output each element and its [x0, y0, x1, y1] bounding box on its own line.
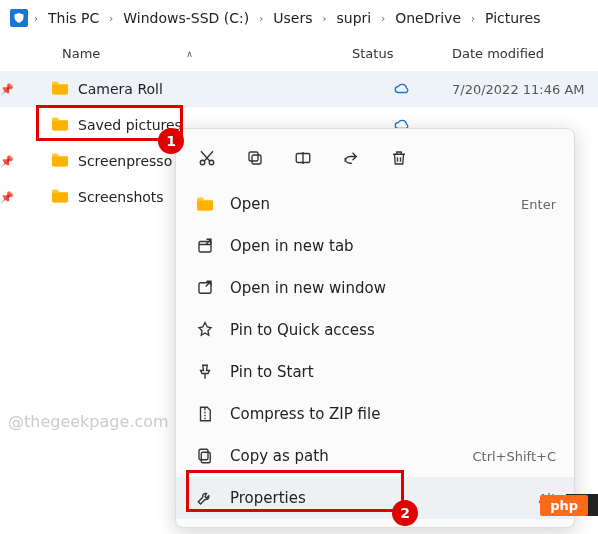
status-cell — [352, 81, 452, 98]
menu-item-label: Open in new window — [230, 279, 556, 297]
chevron-right-icon: › — [320, 13, 328, 24]
folder-icon — [50, 80, 70, 99]
file-name: Screenpresso — [78, 153, 172, 169]
folder-icon — [194, 196, 216, 212]
menu-item-label: Open — [230, 195, 521, 213]
menu-item-open[interactable]: Open Enter — [176, 183, 574, 225]
menu-item-pin-to-quick-access[interactable]: Pin to Quick access — [176, 309, 574, 351]
svg-rect-8 — [199, 449, 208, 460]
copypath-icon — [194, 447, 216, 465]
pin-indicator-icon: 📌 — [0, 191, 12, 204]
watermark: @thegeekpage.com — [8, 412, 169, 431]
folder-icon — [50, 188, 70, 207]
copy-icon[interactable] — [244, 147, 266, 169]
menu-item-shortcut: Ctrl+Shift+C — [472, 449, 556, 464]
cut-icon[interactable] — [196, 147, 218, 169]
context-menu: Open Enter Open in new tab Open in new w… — [175, 128, 575, 528]
file-name: Camera Roll — [78, 81, 163, 97]
svg-rect-5 — [199, 242, 211, 253]
breadcrumb-item[interactable]: Windows-SSD (C:) — [119, 8, 253, 28]
menu-item-label: Compress to ZIP file — [230, 405, 556, 423]
chevron-right-icon: › — [32, 13, 40, 24]
column-header-date[interactable]: Date modified — [452, 46, 598, 61]
date-cell: 7/20/2022 11:46 AM — [452, 82, 598, 97]
column-header-label: Name — [62, 46, 100, 61]
chevron-right-icon: › — [379, 13, 387, 24]
menu-item-copy-as-path[interactable]: Copy as path Ctrl+Shift+C — [176, 435, 574, 477]
menu-item-label: Properties — [230, 489, 538, 507]
newwin-icon — [194, 279, 216, 297]
highlight-badge-1: 1 — [158, 128, 184, 154]
context-menu-icon-row — [176, 137, 574, 183]
breadcrumb-item[interactable]: supri — [332, 8, 375, 28]
sort-asc-icon: ∧ — [186, 49, 193, 59]
breadcrumb-item[interactable]: This PC — [44, 8, 103, 28]
newtab-icon — [194, 237, 216, 255]
pin-icon — [194, 321, 216, 339]
breadcrumb-item[interactable]: Pictures — [481, 8, 544, 28]
pin-indicator-icon: 📌 — [0, 83, 12, 96]
highlight-badge-2: 2 — [392, 500, 418, 526]
zip-icon — [194, 405, 216, 423]
menu-item-open-in-new-tab[interactable]: Open in new tab — [176, 225, 574, 267]
svg-point-0 — [200, 160, 205, 165]
wrench-icon — [194, 489, 216, 507]
svg-rect-3 — [249, 152, 258, 161]
menu-item-label: Pin to Start — [230, 363, 556, 381]
menu-item-open-in-new-window[interactable]: Open in new window — [176, 267, 574, 309]
php-badge: php — [540, 495, 588, 516]
menu-item-label: Pin to Quick access — [230, 321, 556, 339]
chevron-right-icon: › — [257, 13, 265, 24]
svg-rect-2 — [252, 155, 261, 164]
file-name: Screenshots — [78, 189, 164, 205]
menu-item-shortcut: Enter — [521, 197, 556, 212]
column-headers: Name ∧ Status Date modified — [0, 36, 598, 71]
menu-item-label: Open in new tab — [230, 237, 556, 255]
breadcrumb-item[interactable]: Users — [269, 8, 316, 28]
menu-item-properties[interactable]: Properties Alt — [176, 477, 574, 519]
breadcrumb: › This PC › Windows-SSD (C:) › Users › s… — [0, 0, 598, 36]
folder-icon — [50, 152, 70, 171]
pin-indicator-icon: 📌 — [0, 155, 12, 168]
menu-item-label: Copy as path — [230, 447, 472, 465]
chevron-right-icon: › — [469, 13, 477, 24]
breadcrumb-item[interactable]: OneDrive — [391, 8, 465, 28]
column-header-status[interactable]: Status — [352, 46, 452, 61]
menu-item-compress-to-zip-file[interactable]: Compress to ZIP file — [176, 393, 574, 435]
this-pc-icon — [10, 9, 28, 27]
file-row[interactable]: 📌 Camera Roll 7/20/2022 11:46 AM — [0, 71, 598, 107]
chevron-right-icon: › — [107, 13, 115, 24]
pinstart-icon — [194, 363, 216, 381]
svg-rect-7 — [201, 452, 210, 463]
rename-icon[interactable] — [292, 147, 314, 169]
share-icon[interactable] — [340, 147, 362, 169]
folder-icon — [50, 116, 70, 135]
svg-rect-6 — [199, 283, 211, 294]
delete-icon[interactable] — [388, 147, 410, 169]
menu-item-pin-to-start[interactable]: Pin to Start — [176, 351, 574, 393]
column-header-name[interactable]: Name ∧ — [12, 46, 352, 61]
svg-point-1 — [209, 160, 214, 165]
